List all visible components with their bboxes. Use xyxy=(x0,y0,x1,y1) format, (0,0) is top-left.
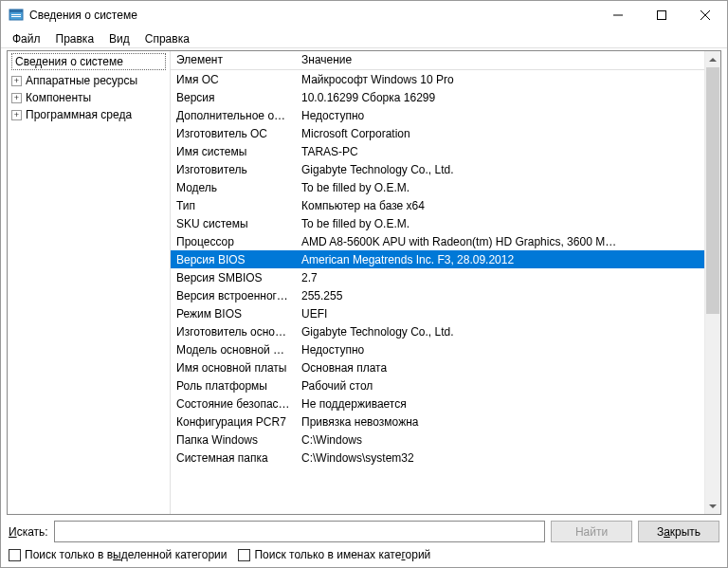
cell-value: Компьютер на базе x64 xyxy=(296,198,704,213)
cell-value: 255.255 xyxy=(296,288,704,303)
table-row[interactable]: Дополнительное опис…Недоступно xyxy=(171,106,704,124)
checkbox-icon xyxy=(9,549,21,561)
cell-value: To be filled by O.E.M. xyxy=(296,180,704,195)
scroll-track[interactable] xyxy=(705,67,720,498)
cell-value: Рабочий стол xyxy=(296,378,704,394)
cell-element: Процессор xyxy=(171,234,296,249)
cell-element: Роль платформы xyxy=(171,378,296,394)
table-row[interactable]: Изготовитель основно…Gigabyte Technology… xyxy=(171,322,704,340)
expand-icon[interactable]: + xyxy=(11,93,22,103)
table-row[interactable]: ПроцессорAMD A8-5600K APU with Radeon(tm… xyxy=(171,232,704,250)
cell-element: Модель xyxy=(171,180,296,195)
check-category-names[interactable]: Поиск только в именах категорий xyxy=(238,548,430,561)
cell-element: Состояние безопасно… xyxy=(171,396,296,412)
window-title: Сведения о системе xyxy=(29,9,596,22)
cell-element: Изготовитель ОС xyxy=(171,126,296,141)
cell-value: Microsoft Corporation xyxy=(296,126,704,141)
find-button[interactable]: Найти xyxy=(551,521,632,542)
cell-value: Привязка невозможна xyxy=(296,414,704,430)
table-row[interactable]: Состояние безопасно…Не поддерживается xyxy=(171,394,704,412)
scrollbar[interactable] xyxy=(704,51,720,514)
cell-value: Основная плата xyxy=(296,360,704,376)
table-row[interactable]: Роль платформыРабочий стол xyxy=(171,376,704,394)
expand-icon[interactable]: + xyxy=(11,110,22,120)
table-row[interactable]: Версия BIOSAmerican Megatrends Inc. F3, … xyxy=(171,250,704,268)
cell-value: Не поддерживается xyxy=(296,396,704,412)
table-row[interactable]: Имя основной платыОсновная плата xyxy=(171,358,704,376)
table-row[interactable]: Имя ОСМайкрософт Windows 10 Pro xyxy=(171,70,704,88)
search-row: Искать: Найти Закрыть xyxy=(9,521,719,542)
cell-value: 10.0.16299 Сборка 16299 xyxy=(296,90,704,105)
expand-icon[interactable]: + xyxy=(11,76,22,86)
window-controls xyxy=(596,1,727,29)
cell-value: UEFI xyxy=(296,306,704,321)
table-row[interactable]: Изготовитель ОСMicrosoft Corporation xyxy=(171,124,704,142)
svg-rect-3 xyxy=(11,16,21,17)
scroll-thumb[interactable] xyxy=(706,67,719,314)
cell-value: American Megatrends Inc. F3, 28.09.2012 xyxy=(296,252,704,267)
menu-help[interactable]: Справка xyxy=(137,30,197,47)
cell-element: Изготовитель xyxy=(171,162,296,177)
table-row[interactable]: SKU системыTo be filled by O.E.M. xyxy=(171,214,704,232)
search-label: Искать: xyxy=(9,525,48,539)
table-row[interactable]: ИзготовительGigabyte Technology Co., Ltd… xyxy=(171,160,704,178)
check-row: Поиск только в выделенной категории Поис… xyxy=(9,548,719,561)
close-panel-button[interactable]: Закрыть xyxy=(638,521,719,542)
menu-view[interactable]: Вид xyxy=(101,30,137,47)
scroll-down-icon[interactable] xyxy=(705,498,720,514)
header-element[interactable]: Элемент xyxy=(171,51,296,69)
tree-item-label: Программная среда xyxy=(26,108,132,121)
menu-file[interactable]: Файл xyxy=(5,30,48,47)
tree-item-label: Аппаратные ресурсы xyxy=(26,74,137,87)
svg-marker-8 xyxy=(709,58,717,62)
cell-value: Майкрософт Windows 10 Pro xyxy=(296,72,704,87)
close-button[interactable] xyxy=(683,1,727,29)
tree-root[interactable]: Сведения о системе xyxy=(11,53,166,70)
tree-item[interactable]: +Компоненты xyxy=(8,89,170,106)
search-input[interactable] xyxy=(54,521,545,542)
list-body: Имя ОСМайкрософт Windows 10 ProВерсия10.… xyxy=(171,70,704,467)
table-row[interactable]: Папка WindowsC:\Windows xyxy=(171,431,704,449)
svg-rect-5 xyxy=(658,11,666,20)
table-row[interactable]: Режим BIOSUEFI xyxy=(171,304,704,322)
table-row[interactable]: МодельTo be filled by O.E.M. xyxy=(171,178,704,196)
svg-rect-1 xyxy=(9,9,23,12)
cell-value: C:\Windows xyxy=(296,432,704,448)
scroll-up-icon[interactable] xyxy=(705,51,720,67)
cell-element: Конфигурация PCR7 xyxy=(171,414,296,430)
cell-element: Версия встроенного к… xyxy=(171,288,296,303)
table-row[interactable]: Версия встроенного к…255.255 xyxy=(171,286,704,304)
cell-element: Версия SMBIOS xyxy=(171,270,296,285)
table-row[interactable]: ТипКомпьютер на базе x64 xyxy=(171,196,704,214)
cell-element: Версия BIOS xyxy=(171,252,296,267)
tree-item-label: Компоненты xyxy=(26,91,91,104)
cell-element: Папка Windows xyxy=(171,432,296,448)
table-row[interactable]: Версия SMBIOS2.7 xyxy=(171,268,704,286)
app-icon xyxy=(9,8,24,23)
tree-item[interactable]: +Программная среда xyxy=(8,106,170,123)
cell-element: Изготовитель основно… xyxy=(171,324,296,339)
titlebar: Сведения о системе xyxy=(1,1,727,29)
table-row[interactable]: Версия10.0.16299 Сборка 16299 xyxy=(171,88,704,106)
cell-element: Дополнительное опис… xyxy=(171,108,296,123)
checkbox-icon xyxy=(238,549,250,561)
svg-rect-2 xyxy=(11,14,21,15)
list-table: Элемент Значение Имя ОСМайкрософт Window… xyxy=(171,51,704,514)
maximize-button[interactable] xyxy=(640,1,683,29)
menu-edit[interactable]: Правка xyxy=(48,30,102,47)
cell-element: Имя ОС xyxy=(171,72,296,87)
menubar: Файл Правка Вид Справка xyxy=(1,29,727,48)
cell-element: Версия xyxy=(171,90,296,105)
cell-value: 2.7 xyxy=(296,270,704,285)
tree-item[interactable]: +Аппаратные ресурсы xyxy=(8,72,170,89)
check-selected-category[interactable]: Поиск только в выделенной категории xyxy=(9,548,227,561)
table-row[interactable]: Имя системыTARAS-PC xyxy=(171,142,704,160)
table-row[interactable]: Модель основной пла…Недоступно xyxy=(171,340,704,358)
tree-pane: Сведения о системе +Аппаратные ресурсы+К… xyxy=(8,51,171,514)
table-row[interactable]: Конфигурация PCR7Привязка невозможна xyxy=(171,412,704,431)
cell-value: To be filled by O.E.M. xyxy=(296,216,704,231)
header-value[interactable]: Значение xyxy=(296,51,704,69)
table-row[interactable]: Системная папкаC:\Windows\system32 xyxy=(171,449,704,467)
minimize-button[interactable] xyxy=(596,1,640,29)
bottom-panel: Искать: Найти Закрыть Поиск только в выд… xyxy=(1,517,727,567)
